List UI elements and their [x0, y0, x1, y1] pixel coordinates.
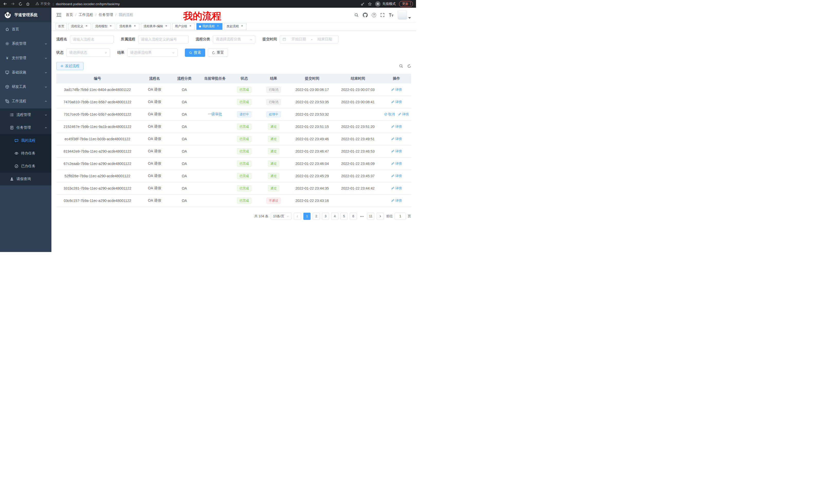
tab[interactable]: 流程定义×: [69, 23, 91, 30]
status-select[interactable]: 请选择状态: [66, 49, 110, 57]
font-size-icon[interactable]: [389, 13, 394, 17]
tab[interactable]: 发起流程×: [224, 23, 246, 30]
page-button-3[interactable]: 3: [322, 213, 329, 220]
search-icon[interactable]: [354, 13, 359, 17]
tab[interactable]: 流程表单-编辑×: [141, 23, 171, 30]
refresh-icon[interactable]: [407, 64, 411, 68]
close-icon[interactable]: ×: [216, 24, 220, 28]
tab[interactable]: 用户分组×: [172, 23, 195, 30]
cell-result: 通过: [257, 120, 290, 133]
process-name-input[interactable]: [70, 35, 114, 44]
chevron-down-icon: [45, 43, 47, 45]
update-button[interactable]: 更新: [399, 1, 413, 7]
sidebar-item[interactable]: 待办任务: [0, 147, 51, 160]
sidebar-item[interactable]: 研发工具: [0, 80, 51, 94]
cell-actions: 详情: [382, 96, 411, 108]
status-badge: 已完成: [237, 173, 252, 179]
detail-link[interactable]: 详情: [391, 137, 402, 141]
incognito-profile-chip[interactable]: 无痕模式: [375, 1, 396, 7]
close-icon[interactable]: ×: [164, 24, 168, 28]
create-process-button[interactable]: 发起流程: [56, 62, 83, 70]
page-button-4[interactable]: 4: [331, 213, 338, 220]
github-icon[interactable]: [363, 12, 368, 18]
page-size-select[interactable]: 10条/页: [271, 213, 291, 220]
close-icon[interactable]: ×: [85, 24, 88, 28]
page-button-6[interactable]: 6: [350, 213, 357, 220]
address-bar[interactable]: 不安全 | dashboard.yudao.iocoder.cn/bpm/tas…: [35, 2, 357, 6]
fullscreen-icon[interactable]: [380, 13, 385, 17]
sidebar-item[interactable]: 我的流程: [0, 134, 51, 147]
reset-button[interactable]: 重置: [208, 49, 228, 57]
cell-status: 已完成: [232, 145, 257, 158]
prev-page-button[interactable]: [294, 213, 301, 220]
approval-task-link[interactable]: 一级审批: [208, 112, 222, 116]
detail-link[interactable]: 详情: [391, 87, 402, 92]
more-icon[interactable]: [410, 2, 411, 6]
result-badge: 通过: [268, 148, 279, 155]
tab[interactable]: 首页: [55, 23, 67, 30]
tab[interactable]: 流程表单×: [117, 23, 139, 30]
sidebar-item[interactable]: 请假查询: [0, 173, 51, 186]
sidebar-item[interactable]: 工作流程: [0, 94, 51, 108]
process-category-select[interactable]: 请选择流程分类: [213, 35, 255, 44]
reload-icon[interactable]: [19, 2, 22, 6]
sidebar-item[interactable]: ¥支付管理: [0, 51, 51, 65]
breadcrumb-item[interactable]: 工作流程: [79, 12, 93, 17]
chevron-down-icon: [45, 114, 47, 116]
more-pages-icon[interactable]: •••: [359, 213, 365, 220]
process-definition-input-field[interactable]: [141, 37, 186, 41]
browser-home-icon[interactable]: [26, 2, 30, 6]
sidebar-item[interactable]: 系统管理: [0, 36, 51, 51]
sidebar-item[interactable]: 流程管理: [0, 108, 51, 121]
close-icon[interactable]: ×: [133, 24, 137, 28]
page-button-5[interactable]: 5: [340, 213, 347, 220]
process-definition-input[interactable]: [138, 35, 188, 44]
detail-link[interactable]: 详情: [391, 100, 402, 104]
help-icon[interactable]: ?: [372, 13, 376, 17]
cell-submit-time: 2022-01-22 23:46:47: [290, 145, 334, 158]
sidebar-item[interactable]: 基础设施: [0, 65, 51, 80]
user-avatar[interactable]: [398, 10, 411, 20]
fold-sidebar-icon[interactable]: [57, 13, 61, 17]
tab[interactable]: 流程模型×: [93, 23, 115, 30]
hide-search-icon[interactable]: [399, 64, 403, 68]
breadcrumb-item[interactable]: 首页: [66, 12, 73, 17]
back-icon[interactable]: [3, 2, 7, 6]
detail-link[interactable]: 详情: [391, 124, 402, 129]
column-header: 状态: [232, 74, 257, 83]
detail-link[interactable]: 详情: [391, 174, 402, 178]
result-select[interactable]: 请选择流结果: [127, 49, 178, 57]
cell-category: OA: [171, 194, 198, 207]
close-icon[interactable]: ×: [109, 24, 113, 28]
key-icon[interactable]: [361, 2, 365, 6]
cell-end-time: [334, 108, 382, 120]
tab[interactable]: 我的流程×: [197, 23, 223, 30]
chevron-up-icon: [45, 127, 47, 129]
cell-status: 已完成: [232, 133, 257, 145]
detail-link[interactable]: 详情: [391, 186, 402, 191]
search-button[interactable]: 搜索: [185, 49, 205, 57]
detail-link[interactable]: 详情: [398, 112, 409, 117]
star-icon[interactable]: [368, 2, 372, 6]
page-button-2[interactable]: 2: [313, 213, 320, 220]
sidebar-item[interactable]: 首页: [0, 22, 51, 36]
page-button-11[interactable]: 11: [367, 213, 374, 220]
forward-icon[interactable]: [11, 2, 15, 6]
goto-page-input[interactable]: [395, 213, 406, 220]
detail-link[interactable]: 详情: [391, 149, 402, 153]
security-status[interactable]: 不安全: [35, 2, 50, 6]
detail-link[interactable]: 详情: [391, 198, 402, 203]
close-icon[interactable]: ×: [240, 24, 244, 28]
close-icon[interactable]: ×: [188, 24, 192, 28]
next-page-button[interactable]: [377, 213, 384, 220]
sidebar-item[interactable]: 已办任务: [0, 160, 51, 173]
process-name-input-field[interactable]: [73, 37, 111, 41]
detail-link[interactable]: 详情: [391, 161, 402, 166]
breadcrumb-item[interactable]: 任务管理: [99, 12, 113, 17]
cancel-link[interactable]: 取消: [384, 112, 395, 117]
cell-end-time: 2022-01-22 23:45:37: [334, 170, 382, 182]
sidebar-item[interactable]: 任务管理: [0, 121, 51, 134]
submit-time-range-picker[interactable]: 开始日期 - 结束日期: [280, 35, 338, 44]
search-button-label: 搜索: [194, 50, 201, 55]
page-button-1[interactable]: 1: [303, 213, 311, 220]
